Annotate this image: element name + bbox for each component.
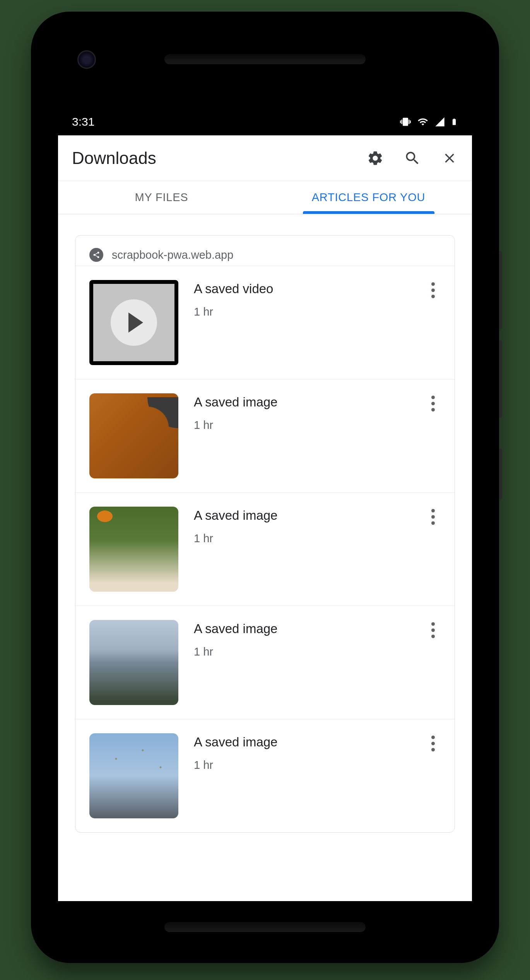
list-item[interactable]: A saved image 1 hr (75, 606, 455, 719)
image-thumbnail (89, 733, 178, 818)
screen: 3:31 Downloads (58, 108, 472, 901)
volume-down-button[interactable] (499, 340, 502, 418)
more-vert-icon (431, 282, 435, 298)
item-title: A saved video (194, 282, 410, 296)
play-icon (111, 299, 157, 346)
item-menu-button[interactable] (425, 280, 441, 365)
item-title: A saved image (194, 735, 410, 750)
item-menu-button[interactable] (425, 507, 441, 592)
app-area: Downloads MY FILES (58, 135, 472, 901)
item-body: A saved image 1 hr (194, 733, 410, 818)
item-title: A saved image (194, 621, 410, 636)
item-body: A saved video 1 hr (194, 280, 410, 365)
search-button[interactable] (404, 150, 421, 167)
item-time: 1 hr (194, 419, 410, 432)
app-header: Downloads (58, 135, 472, 181)
item-menu-button[interactable] (425, 393, 441, 478)
item-menu-button[interactable] (425, 620, 441, 705)
image-thumbnail (89, 620, 178, 705)
signal-icon (434, 116, 446, 127)
speaker-bottom (164, 922, 366, 932)
downloads-card: scrapbook-pwa.web.app A saved video 1 hr (75, 235, 455, 833)
settings-button[interactable] (367, 150, 384, 167)
close-button[interactable] (441, 150, 458, 167)
item-body: A saved image 1 hr (194, 507, 410, 592)
tabs: MY FILES ARTICLES FOR YOU (58, 181, 472, 214)
list-item[interactable]: A saved image 1 hr (75, 379, 455, 492)
item-time: 1 hr (194, 306, 410, 318)
offline-icon (89, 248, 103, 262)
item-title: A saved image (194, 508, 410, 523)
more-vert-icon (431, 622, 435, 638)
power-button[interactable] (499, 449, 502, 499)
battery-icon (450, 116, 458, 128)
phone-frame: 3:31 Downloads (31, 12, 499, 963)
card-source: scrapbook-pwa.web.app (75, 236, 455, 266)
phone-inner: 3:31 Downloads (39, 19, 491, 955)
volume-up-button[interactable] (499, 251, 502, 329)
status-bar: 3:31 (58, 108, 472, 135)
wifi-icon (416, 116, 429, 127)
list-item[interactable]: A saved image 1 hr (75, 492, 455, 606)
status-icons (399, 116, 458, 128)
item-body: A saved image 1 hr (194, 620, 410, 705)
item-time: 1 hr (194, 759, 410, 772)
item-time: 1 hr (194, 645, 410, 658)
speaker-top (164, 54, 366, 64)
list-item[interactable]: A saved video 1 hr (75, 266, 455, 379)
image-thumbnail (89, 393, 178, 478)
more-vert-icon (431, 396, 435, 411)
item-title: A saved image (194, 395, 410, 410)
search-icon (404, 150, 421, 167)
more-vert-icon (431, 736, 435, 751)
vibrate-icon (399, 116, 412, 127)
item-body: A saved image 1 hr (194, 393, 410, 478)
close-icon (442, 150, 457, 166)
front-camera (77, 50, 96, 69)
gear-icon (367, 150, 384, 167)
tab-articles-for-you[interactable]: ARTICLES FOR YOU (265, 181, 472, 214)
video-thumbnail (89, 280, 178, 365)
list-item[interactable]: A saved image 1 hr (75, 719, 455, 832)
more-vert-icon (431, 509, 435, 525)
tab-my-files[interactable]: MY FILES (58, 181, 265, 214)
content-area: scrapbook-pwa.web.app A saved video 1 hr (58, 214, 472, 901)
item-menu-button[interactable] (425, 733, 441, 818)
header-actions (367, 150, 458, 167)
page-title: Downloads (72, 149, 367, 168)
status-time: 3:31 (72, 115, 94, 128)
image-thumbnail (89, 507, 178, 592)
item-time: 1 hr (194, 532, 410, 545)
source-domain: scrapbook-pwa.web.app (112, 249, 233, 261)
